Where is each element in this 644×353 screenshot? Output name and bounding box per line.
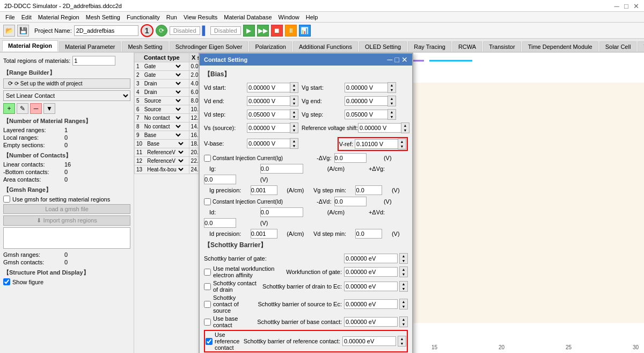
id-prec-input[interactable] (251, 229, 277, 239)
menu-edit[interactable]: Edit (18, 12, 35, 22)
const-ig-checkbox[interactable] (204, 155, 211, 162)
vg-start-input[interactable] (345, 83, 387, 92)
vd-step-input[interactable] (247, 110, 290, 119)
source-down[interactable]: ▼ (400, 304, 407, 309)
set-linear-select[interactable]: Set Linear Contact (3, 90, 130, 101)
vref-input[interactable] (355, 139, 398, 149)
barrier-gate-down[interactable]: ▼ (400, 258, 407, 263)
menu-material-database[interactable]: Material Database (221, 12, 275, 22)
contact-type-select[interactable]: Source (142, 106, 182, 113)
contact-type-select[interactable]: ReferenceV (145, 157, 185, 164)
ref-voltage-input[interactable] (358, 123, 401, 133)
gmsh-textarea[interactable] (3, 227, 130, 249)
save-btn[interactable]: 💾 (17, 25, 29, 37)
barrier-drain-input[interactable] (344, 282, 398, 291)
contact-type-select[interactable]: Drain (142, 89, 182, 96)
tab-rcwa[interactable]: RCWA (452, 41, 482, 52)
pause-btn[interactable]: ⏸ (285, 25, 297, 37)
use-base-checkbox[interactable] (204, 319, 211, 326)
setup-width-btn[interactable]: ⟳ ⟳ Set up the width of project (3, 78, 130, 89)
total-regions-input[interactable] (72, 56, 115, 66)
vd-start-input[interactable] (247, 83, 290, 92)
menu-mesh-setting[interactable]: Mesh Setting (83, 12, 123, 22)
tab-solar-cell[interactable]: Solar Cell (599, 41, 637, 52)
vd-end-input[interactable] (247, 96, 290, 106)
down-btn[interactable]: ▼ (43, 103, 55, 114)
delta-vg-input[interactable] (334, 153, 367, 163)
vg-start-up[interactable]: ▲ (388, 83, 396, 88)
drain-up[interactable]: ▲ (400, 282, 407, 286)
close-btn[interactable]: ✕ (632, 2, 640, 10)
barrier-gate-up[interactable]: ▲ (400, 254, 407, 258)
play-btn[interactable]: ▶ (243, 25, 255, 37)
maximize-btn[interactable]: □ (623, 2, 630, 10)
metal-workfunction-checkbox[interactable] (204, 269, 211, 276)
vd-step-up[interactable]: ▲ (290, 110, 298, 114)
source-up[interactable]: ▲ (400, 299, 407, 304)
wf-down[interactable]: ▼ (400, 272, 407, 277)
modal-maximize-btn[interactable]: □ (395, 55, 399, 64)
vd-end-up[interactable]: ▲ (290, 96, 298, 101)
delta-vd-input[interactable] (334, 197, 367, 206)
id-input[interactable] (260, 207, 303, 217)
vg-end-input[interactable] (345, 96, 387, 106)
contact-type-select[interactable]: Heat-fix-boundary (145, 166, 185, 173)
menu-material-region[interactable]: Material Region (35, 12, 83, 22)
vd-start-down[interactable]: ▼ (290, 88, 298, 92)
project-name-input[interactable]: 2D_addrefbias (74, 25, 138, 36)
minimize-btn[interactable]: ─ (613, 2, 620, 10)
tab-additional[interactable]: Additional Functions (293, 41, 358, 52)
const-id-checkbox[interactable] (204, 198, 211, 205)
edit-btn[interactable]: ✎ (17, 103, 28, 114)
ref-s-down[interactable]: ▼ (398, 341, 406, 346)
vref-down[interactable]: ▼ (398, 144, 406, 149)
menu-window[interactable]: Window (275, 12, 303, 22)
vg-start-down[interactable]: ▼ (388, 88, 396, 92)
contact-type-select[interactable]: Base (142, 132, 182, 139)
base-up[interactable]: ▲ (400, 317, 407, 322)
drain-down[interactable]: ▼ (400, 286, 407, 291)
ig-prec-input[interactable] (251, 185, 277, 195)
tab-time-dependent[interactable]: Time Dependent Module (522, 41, 598, 52)
plus-delta-vg-input[interactable] (204, 175, 236, 184)
contact-type-select[interactable]: No contact (142, 114, 182, 121)
chart-btn[interactable]: 📊 (299, 25, 311, 37)
barrier-gate-input[interactable] (344, 254, 398, 263)
contact-type-select[interactable]: ReferenceV (145, 149, 185, 156)
add-btn[interactable]: + (3, 103, 15, 114)
vs-up[interactable]: ▲ (290, 123, 298, 128)
tab-transistor[interactable]: Transistor (483, 41, 521, 52)
schottky-drain-checkbox[interactable] (204, 283, 211, 290)
use-ref-checkbox[interactable] (206, 338, 213, 345)
contact-type-select[interactable]: Base (145, 140, 185, 147)
vg-step-input[interactable] (345, 110, 387, 119)
play-fast-btn[interactable]: ▶▶ (257, 25, 269, 37)
vbase-down[interactable]: ▼ (290, 143, 298, 148)
import-gmsh-btn[interactable]: ⬇ Import gmsh regions (3, 215, 130, 226)
vg-step-up[interactable]: ▲ (388, 110, 396, 114)
contact-type-select[interactable]: Gate (142, 71, 182, 78)
tab-oled[interactable]: OLED Setting (359, 41, 407, 52)
vbase-input[interactable] (247, 139, 290, 148)
vd-start-up[interactable]: ▲ (290, 83, 298, 88)
tab-ray-tracing[interactable]: Ray Tracing (408, 41, 451, 52)
barrier-base-input[interactable] (344, 317, 398, 327)
tab-polarization[interactable]: Polarization (249, 41, 291, 52)
tab-thermal[interactable]: Thermal (638, 41, 644, 52)
use-gmsh-checkbox[interactable] (3, 196, 10, 203)
modal-minimize-btn[interactable]: ─ (387, 55, 393, 64)
menu-help[interactable]: Help (303, 12, 321, 22)
vg-step-min-input[interactable] (355, 185, 382, 195)
menu-view-results[interactable]: View Results (180, 12, 221, 22)
vbase-up[interactable]: ▲ (290, 139, 298, 143)
ref-up[interactable]: ▲ (401, 123, 409, 128)
tab-material-parameter[interactable]: Material Parameter (59, 41, 121, 52)
remove-btn[interactable]: ─ (30, 103, 42, 114)
wf-up[interactable]: ▲ (400, 267, 407, 272)
stop-btn[interactable]: ⏹ (271, 25, 283, 37)
plus-delta-vd-input[interactable] (204, 218, 236, 228)
barrier-source-input[interactable] (344, 299, 398, 309)
base-down[interactable]: ▼ (400, 322, 407, 327)
vg-step-down[interactable]: ▼ (388, 114, 396, 119)
ig-input[interactable] (260, 164, 303, 174)
